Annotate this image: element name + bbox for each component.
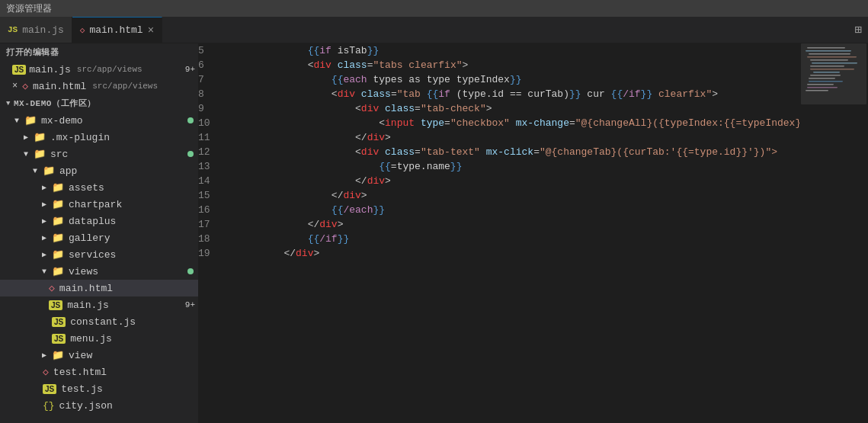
tree-city-json[interactable]: ▶ {} city.json xyxy=(0,397,198,414)
code-token: div xyxy=(367,130,385,145)
tree-main-js[interactable]: JS main.js 9+ xyxy=(0,296,198,313)
code-token xyxy=(236,58,308,72)
code-token: </ xyxy=(283,246,296,261)
tab-main-html[interactable]: ◇ main.html × xyxy=(72,17,162,43)
code-token: class xyxy=(385,101,415,116)
tree-chartpark[interactable]: ▶ 📁 chartpark xyxy=(0,196,198,213)
code-token: div xyxy=(361,101,379,116)
code-token: "tabs clearfix" xyxy=(373,58,462,72)
code-token: = xyxy=(415,101,421,116)
code-token: "tab-text" xyxy=(421,145,480,159)
code-token xyxy=(236,188,332,203)
tree-views[interactable]: ▼ 📁 views xyxy=(0,263,198,280)
code-token xyxy=(236,101,355,116)
tree-item-label: app xyxy=(59,165,77,177)
tree-view[interactable]: ▶ 📁 view xyxy=(0,347,198,364)
code-token: input xyxy=(385,116,415,130)
tree-item-label: constant.js xyxy=(70,316,136,328)
code-content[interactable]: {{if isTab}} <div class="tabs clearfix">… xyxy=(229,43,799,423)
tree-gallery[interactable]: ▶ 📁 gallery xyxy=(0,229,198,246)
code-token xyxy=(236,232,308,246)
code-token: /if xyxy=(623,87,640,101)
code-token: > xyxy=(712,87,718,101)
tree-assets[interactable]: ▶ 📁 assets xyxy=(0,179,198,196)
editor-area[interactable]: 5678910111213141516171819 {{if isTab}} <… xyxy=(198,43,868,423)
tree-src[interactable]: ▼ 📁 src xyxy=(0,146,198,162)
code-token: > xyxy=(361,188,367,203)
code-token: isTab xyxy=(332,43,367,58)
tree-main-html[interactable]: ◇ main.html xyxy=(0,280,198,296)
code-line: {{/each}} xyxy=(236,203,799,217)
tree-test-js[interactable]: ▶ JS test.js xyxy=(0,380,198,397)
tree-mx-demo[interactable]: ▼ 📁 mx-demo xyxy=(0,112,198,129)
code-line: </div> xyxy=(236,188,799,203)
code-token: cur xyxy=(581,87,611,101)
close-icon[interactable]: × xyxy=(12,81,18,91)
opened-file-main-html[interactable]: × ◇ main.html src/app/views xyxy=(0,78,198,95)
folder-closed-icon: 📁 xyxy=(52,232,64,244)
code-token: < xyxy=(355,101,361,116)
code-token: {{ xyxy=(427,87,439,101)
code-token: = xyxy=(444,116,450,130)
tab-main-js[interactable]: JS main.js xyxy=(0,17,72,43)
tab-bar: JS main.js ◇ main.html × ⊞ xyxy=(0,17,868,43)
tree-constant-js[interactable]: ▶ JS constant.js xyxy=(0,313,198,330)
arrow-icon: ▶ xyxy=(40,216,49,226)
tree-item-label: menu.js xyxy=(70,333,112,344)
folder-closed-icon: 📁 xyxy=(52,349,64,361)
line-number: 13 xyxy=(198,159,223,174)
code-token xyxy=(236,217,308,232)
code-line: {{each types as type typeIndex}} xyxy=(236,72,799,87)
code-token: }} xyxy=(450,159,463,174)
line-number: 15 xyxy=(198,188,223,203)
tree-services[interactable]: ▶ 📁 services xyxy=(0,246,198,263)
html-file-icon: ◇ xyxy=(43,366,49,378)
json-file-icon: {} xyxy=(43,400,55,412)
tree-item-label: .mx-plugin xyxy=(50,132,110,143)
tree-app[interactable]: ▼ 📁 app xyxy=(0,162,198,179)
tree-item-label: test.html xyxy=(53,367,107,378)
code-token xyxy=(236,174,355,188)
workspace-title: ▼ MX-DEMO（工作区） xyxy=(0,95,198,112)
code-token: }} xyxy=(373,203,385,217)
code-token: = xyxy=(415,145,421,159)
modified-dot xyxy=(187,268,194,274)
line-number: 10 xyxy=(198,116,223,130)
code-token: clearfix" xyxy=(652,87,712,101)
code-token: </ xyxy=(308,217,320,232)
code-token: div xyxy=(343,188,360,203)
tree-dataplus[interactable]: ▶ 📁 dataplus xyxy=(0,213,198,229)
js-file-icon: JS xyxy=(12,64,26,75)
tree-menu-js[interactable]: ▶ JS menu.js xyxy=(0,330,198,347)
code-token: types as type typeIndex xyxy=(367,72,510,87)
tree-test-html[interactable]: ▶ ◇ test.html xyxy=(0,364,198,380)
folder-open-icon: 📁 xyxy=(34,148,46,160)
line-number: 6 xyxy=(198,58,223,72)
opened-file-main-js[interactable]: JS main.js src/app/views 9+ xyxy=(0,61,198,78)
js-file-icon: JS xyxy=(49,300,62,311)
code-token: < xyxy=(355,145,361,159)
split-editor-icon[interactable]: ⊞ xyxy=(854,22,862,37)
arrow-icon: ▶ xyxy=(40,351,49,360)
tree-mx-plugin[interactable]: ▶ 📁 .mx-plugin xyxy=(0,129,198,146)
code-token: div xyxy=(338,87,355,101)
html-file-icon: ◇ xyxy=(49,282,55,294)
folder-open-icon: 📁 xyxy=(24,114,37,127)
folder-open-icon: 📁 xyxy=(43,165,55,177)
code-token: mx-change xyxy=(516,116,569,130)
code-line: {{if isTab}} xyxy=(236,43,799,58)
close-icon[interactable]: × xyxy=(148,25,154,36)
main-area: 打开的编辑器 JS main.js src/app/views 9+ × ◇ m… xyxy=(0,43,868,423)
code-token: {{ xyxy=(308,43,320,58)
code-line: <div class="tabs clearfix"> xyxy=(236,58,799,72)
code-token xyxy=(236,145,355,159)
code-token: = xyxy=(569,116,575,130)
code-token: {{ xyxy=(379,159,391,174)
badge: 9+ xyxy=(185,65,195,74)
code-line: </div> xyxy=(236,130,799,145)
code-token: < xyxy=(308,58,314,72)
html-file-icon: ◇ xyxy=(22,80,28,92)
opened-editors-title: 打开的编辑器 xyxy=(0,43,198,61)
code-token: {{ xyxy=(611,87,623,101)
arrow-icon: ▶ xyxy=(21,133,30,142)
